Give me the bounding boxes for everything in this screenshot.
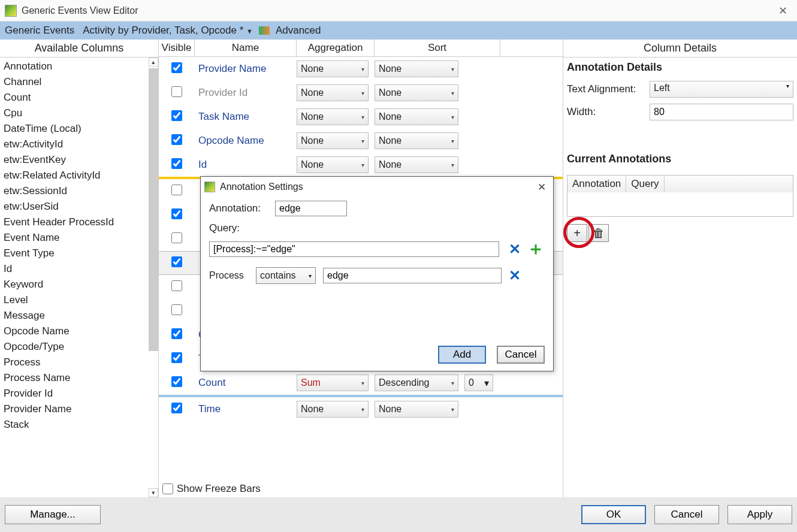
- aggregation-dropdown[interactable]: None▾: [297, 156, 369, 173]
- list-item[interactable]: Id: [2, 261, 156, 277]
- list-item[interactable]: Channel: [2, 74, 156, 90]
- visible-checkbox[interactable]: [171, 403, 182, 413]
- table-row[interactable]: Opcode NameNone▾None▾: [159, 129, 563, 153]
- close-icon[interactable]: ✕: [534, 180, 550, 195]
- visible-checkbox[interactable]: [171, 256, 182, 267]
- close-icon[interactable]: ✕: [771, 2, 795, 20]
- list-item[interactable]: Keyword: [2, 277, 156, 292]
- list-item[interactable]: Annotation: [2, 59, 156, 74]
- preset-dropdown[interactable]: Activity by Provider, Task, Opcode * ▼: [80, 23, 255, 38]
- list-item[interactable]: Event Name: [2, 230, 156, 246]
- table-row[interactable]: IdNone▾None▾: [159, 153, 563, 177]
- annotations-col-query[interactable]: Query: [626, 176, 664, 192]
- visible-checkbox[interactable]: [171, 280, 182, 291]
- footer: Manage... OK Cancel Apply: [0, 497, 797, 532]
- chevron-down-icon: ▾: [309, 273, 312, 279]
- sort-dropdown[interactable]: Descending▾: [375, 374, 458, 391]
- aggregation-dropdown[interactable]: None▾: [297, 84, 369, 101]
- list-item[interactable]: Message: [2, 308, 156, 324]
- ok-button[interactable]: OK: [581, 505, 646, 524]
- menu-generic-events[interactable]: Generic Events: [2, 23, 77, 38]
- list-item[interactable]: Cpu: [2, 105, 156, 121]
- scroll-up-icon[interactable]: ▴: [149, 58, 158, 66]
- sort-priority-dropdown[interactable]: 0▾: [464, 374, 493, 391]
- list-item[interactable]: Opcode/Type: [2, 339, 156, 355]
- current-annotations-title: Current Annotations: [563, 149, 797, 171]
- aggregation-dropdown[interactable]: Sum▾: [297, 374, 369, 391]
- visible-checkbox[interactable]: [171, 110, 182, 121]
- col-visible[interactable]: Visible: [159, 40, 195, 56]
- sort-dropdown[interactable]: None▾: [375, 156, 458, 173]
- col-sort[interactable]: Sort: [375, 40, 500, 56]
- visible-checkbox[interactable]: [171, 232, 182, 243]
- list-item[interactable]: etw:EventKey: [2, 152, 156, 168]
- text-align-dropdown[interactable]: Left ▾: [650, 81, 793, 98]
- table-row[interactable]: Task NameNone▾None▾: [159, 105, 563, 129]
- visible-checkbox[interactable]: [171, 208, 182, 219]
- list-item[interactable]: Event Type: [2, 246, 156, 261]
- list-item[interactable]: etw:SessionId: [2, 183, 156, 199]
- width-input[interactable]: [650, 104, 793, 120]
- table-row[interactable]: CountSum▾Descending▾0▾: [159, 371, 563, 395]
- aggregation-dropdown[interactable]: None▾: [297, 401, 369, 418]
- sort-dropdown[interactable]: None▾: [375, 84, 458, 101]
- condition-field-label: Process: [209, 270, 249, 281]
- list-item[interactable]: Opcode Name: [2, 324, 156, 339]
- visible-checkbox[interactable]: [171, 376, 182, 387]
- list-item[interactable]: etw:UserSid: [2, 199, 156, 214]
- sort-dropdown[interactable]: None▾: [375, 132, 458, 149]
- manage-button[interactable]: Manage...: [5, 505, 101, 524]
- sort-dropdown[interactable]: None▾: [375, 61, 458, 77]
- query-input[interactable]: [209, 241, 499, 257]
- add-annotation-button[interactable]: +: [567, 224, 587, 242]
- apply-button[interactable]: Apply: [727, 505, 792, 524]
- col-aggregation[interactable]: Aggregation: [297, 40, 375, 56]
- table-row[interactable]: Provider NameNone▾None▾: [159, 57, 563, 81]
- list-item[interactable]: Provider Id: [2, 386, 156, 401]
- cancel-button[interactable]: Cancel: [654, 505, 719, 524]
- list-item[interactable]: Process Name: [2, 370, 156, 386]
- sort-dropdown[interactable]: None▾: [375, 401, 458, 418]
- show-freeze-checkbox[interactable]: [162, 483, 173, 494]
- scroll-down-icon[interactable]: ▾: [149, 488, 158, 497]
- remove-condition-icon[interactable]: ✕: [509, 267, 521, 284]
- table-row[interactable]: TimeNone▾None▾: [159, 397, 563, 421]
- clear-query-icon[interactable]: ✕: [509, 241, 521, 258]
- list-item[interactable]: Event Header ProcessId: [2, 214, 156, 230]
- visible-checkbox[interactable]: [171, 304, 182, 315]
- text-align-label: Text Alignment:: [567, 83, 645, 95]
- list-item[interactable]: Provider Name: [2, 401, 156, 417]
- dialog-add-button[interactable]: Add: [438, 346, 486, 364]
- advanced-button[interactable]: Advanced: [273, 23, 324, 38]
- sort-dropdown[interactable]: None▾: [375, 108, 458, 125]
- scrollbar-thumb[interactable]: [149, 68, 158, 351]
- dialog-cancel-button[interactable]: Cancel: [497, 346, 545, 364]
- aggregation-dropdown[interactable]: None▾: [297, 61, 369, 77]
- visible-checkbox[interactable]: [171, 328, 182, 339]
- table-row[interactable]: Provider IdNone▾None▾: [159, 81, 563, 105]
- list-item[interactable]: Count: [2, 90, 156, 105]
- aggregation-dropdown[interactable]: None▾: [297, 108, 369, 125]
- annotations-col-annotation[interactable]: Annotation: [567, 176, 626, 192]
- app-icon: [5, 5, 17, 17]
- visible-checkbox[interactable]: [171, 86, 182, 97]
- condition-operator-dropdown[interactable]: contains ▾: [256, 267, 316, 284]
- list-item[interactable]: etw:Related ActivityId: [2, 168, 156, 183]
- condition-value-input[interactable]: [323, 268, 502, 283]
- add-condition-icon[interactable]: ＋: [527, 237, 545, 261]
- annotation-input[interactable]: [275, 201, 347, 216]
- list-item[interactable]: Stack: [2, 417, 156, 433]
- list-item[interactable]: Process: [2, 355, 156, 370]
- visible-checkbox[interactable]: [171, 134, 182, 145]
- visible-checkbox[interactable]: [171, 352, 182, 363]
- visible-checkbox[interactable]: [171, 158, 182, 169]
- list-item[interactable]: etw:ActivityId: [2, 137, 156, 152]
- annotation-buttons: + 🗑: [563, 220, 797, 246]
- col-name[interactable]: Name: [195, 40, 297, 56]
- list-item[interactable]: DateTime (Local): [2, 121, 156, 137]
- list-item[interactable]: Level: [2, 292, 156, 308]
- visible-checkbox[interactable]: [171, 62, 182, 73]
- aggregation-dropdown[interactable]: None▾: [297, 132, 369, 149]
- delete-annotation-button[interactable]: 🗑: [588, 224, 609, 242]
- visible-checkbox[interactable]: [171, 185, 182, 195]
